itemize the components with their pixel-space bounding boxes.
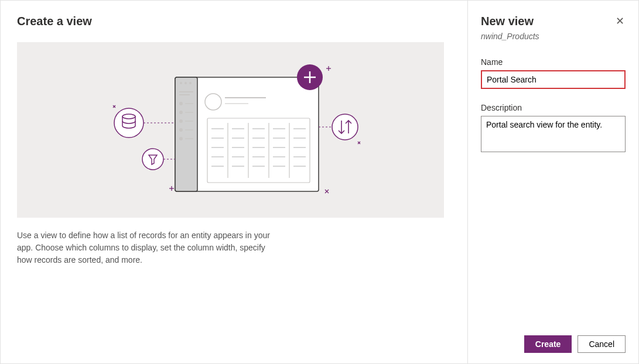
svg-point-9 — [179, 111, 183, 114]
svg-point-55 — [142, 149, 163, 170]
close-button[interactable]: ✕ — [614, 15, 626, 28]
view-illustration-svg — [99, 60, 363, 200]
svg-point-56 — [332, 114, 358, 140]
close-icon: ✕ — [616, 15, 624, 27]
svg-point-3 — [184, 82, 187, 84]
name-label: Name — [481, 57, 626, 67]
svg-point-4 — [189, 82, 192, 84]
panel-footer: Create Cancel — [481, 335, 626, 353]
cancel-button[interactable]: Cancel — [578, 335, 626, 353]
svg-point-53 — [114, 108, 143, 138]
svg-point-7 — [179, 102, 183, 105]
svg-point-15 — [179, 137, 183, 140]
description-text: Use a view to define how a list of recor… — [17, 229, 275, 266]
svg-point-13 — [179, 128, 183, 132]
side-panel: New view ✕ nwind_Products Name Descripti… — [467, 1, 638, 363]
panel-title: New view — [481, 15, 534, 28]
description-label: Description — [481, 103, 626, 112]
illustration — [17, 42, 444, 218]
entity-subtitle: nwind_Products — [481, 32, 626, 41]
create-button[interactable]: Create — [524, 335, 572, 353]
svg-point-11 — [179, 119, 183, 123]
svg-point-2 — [180, 82, 182, 84]
description-input[interactable] — [481, 116, 626, 152]
main-panel: Create a view — [1, 1, 467, 363]
page-title: Create a view — [17, 15, 444, 28]
name-input[interactable] — [481, 70, 626, 89]
svg-rect-20 — [207, 118, 310, 183]
